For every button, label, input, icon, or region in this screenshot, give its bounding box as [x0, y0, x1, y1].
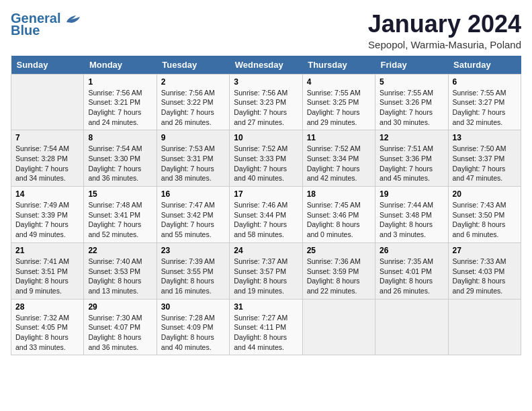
- calendar-cell: 10Sunrise: 7:52 AMSunset: 3:33 PMDayligh…: [230, 130, 302, 187]
- day-info: Sunrise: 7:39 AMSunset: 3:55 PMDaylight:…: [161, 257, 225, 296]
- day-number: 9: [161, 133, 225, 142]
- day-header-tuesday: Tuesday: [157, 56, 229, 75]
- day-info: Sunrise: 7:28 AMSunset: 4:09 PMDaylight:…: [161, 313, 225, 353]
- day-info: Sunrise: 7:33 AMSunset: 4:03 PMDaylight:…: [453, 257, 517, 296]
- day-info: Sunrise: 7:44 AMSunset: 3:48 PMDaylight:…: [380, 200, 443, 240]
- day-number: 20: [453, 189, 517, 199]
- day-info: Sunrise: 7:47 AMSunset: 3:42 PMDaylight:…: [161, 200, 225, 240]
- calendar-cell: 6Sunrise: 7:55 AMSunset: 3:27 PMDaylight…: [448, 74, 521, 130]
- day-info: Sunrise: 7:48 AMSunset: 3:41 PMDaylight:…: [88, 200, 152, 240]
- calendar-week-row: 14Sunrise: 7:49 AMSunset: 3:39 PMDayligh…: [11, 187, 521, 243]
- logo: General Blue: [11, 11, 81, 38]
- calendar-table: SundayMondayTuesdayWednesdayThursdayFrid…: [11, 56, 521, 356]
- calendar-subtitle: Sepopol, Warmia-Masuria, Poland: [368, 39, 521, 50]
- day-info: Sunrise: 7:41 AMSunset: 3:51 PMDaylight:…: [15, 257, 79, 296]
- calendar-cell: 30Sunrise: 7:28 AMSunset: 4:09 PMDayligh…: [157, 299, 229, 355]
- calendar-cell: 5Sunrise: 7:55 AMSunset: 3:26 PMDaylight…: [375, 74, 448, 130]
- calendar-cell: 28Sunrise: 7:32 AMSunset: 4:05 PMDayligh…: [11, 299, 84, 355]
- day-header-thursday: Thursday: [302, 56, 375, 75]
- day-header-friday: Friday: [375, 56, 448, 75]
- day-number: 14: [15, 189, 79, 199]
- calendar-cell: 9Sunrise: 7:53 AMSunset: 3:31 PMDaylight…: [157, 130, 229, 187]
- day-number: 24: [234, 246, 298, 255]
- logo-blue: Blue: [11, 23, 40, 38]
- calendar-cell: [375, 299, 448, 355]
- day-info: Sunrise: 7:52 AMSunset: 3:34 PMDaylight:…: [307, 144, 371, 183]
- calendar-title: January 2024: [368, 11, 521, 38]
- day-number: 11: [307, 133, 371, 142]
- day-info: Sunrise: 7:55 AMSunset: 3:27 PMDaylight:…: [453, 88, 517, 128]
- calendar-header-row: SundayMondayTuesdayWednesdayThursdayFrid…: [11, 56, 521, 75]
- day-number: 16: [161, 189, 225, 199]
- day-info: Sunrise: 7:40 AMSunset: 3:53 PMDaylight:…: [88, 257, 152, 296]
- day-info: Sunrise: 7:55 AMSunset: 3:26 PMDaylight:…: [380, 88, 443, 128]
- day-info: Sunrise: 7:51 AMSunset: 3:36 PMDaylight:…: [380, 144, 443, 183]
- day-header-sunday: Sunday: [11, 56, 84, 75]
- calendar-cell: 21Sunrise: 7:41 AMSunset: 3:51 PMDayligh…: [11, 242, 84, 299]
- day-number: 8: [88, 133, 152, 142]
- day-info: Sunrise: 7:27 AMSunset: 4:11 PMDaylight:…: [234, 313, 298, 353]
- calendar-cell: 29Sunrise: 7:30 AMSunset: 4:07 PMDayligh…: [84, 299, 157, 355]
- calendar-cell: 1Sunrise: 7:56 AMSunset: 3:21 PMDaylight…: [84, 74, 157, 130]
- calendar-cell: 14Sunrise: 7:49 AMSunset: 3:39 PMDayligh…: [11, 187, 84, 243]
- day-info: Sunrise: 7:45 AMSunset: 3:46 PMDaylight:…: [307, 200, 371, 240]
- calendar-cell: 12Sunrise: 7:51 AMSunset: 3:36 PMDayligh…: [375, 130, 448, 187]
- day-number: 10: [234, 133, 298, 142]
- title-section: January 2024 Sepopol, Warmia-Masuria, Po…: [368, 11, 521, 50]
- day-number: 22: [88, 246, 152, 255]
- day-info: Sunrise: 7:43 AMSunset: 3:50 PMDaylight:…: [453, 200, 517, 240]
- day-info: Sunrise: 7:36 AMSunset: 3:59 PMDaylight:…: [307, 257, 371, 296]
- day-number: 30: [161, 302, 225, 312]
- day-number: 31: [234, 302, 298, 312]
- calendar-cell: 17Sunrise: 7:46 AMSunset: 3:44 PMDayligh…: [230, 187, 302, 243]
- calendar-week-row: 7Sunrise: 7:54 AMSunset: 3:28 PMDaylight…: [11, 130, 521, 187]
- day-number: 15: [88, 189, 152, 199]
- day-info: Sunrise: 7:56 AMSunset: 3:22 PMDaylight:…: [161, 88, 225, 128]
- calendar-cell: 25Sunrise: 7:36 AMSunset: 3:59 PMDayligh…: [302, 242, 375, 299]
- day-info: Sunrise: 7:46 AMSunset: 3:44 PMDaylight:…: [234, 200, 298, 240]
- day-number: 21: [15, 246, 79, 255]
- calendar-cell: 16Sunrise: 7:47 AMSunset: 3:42 PMDayligh…: [157, 187, 229, 243]
- calendar-cell: 8Sunrise: 7:54 AMSunset: 3:30 PMDaylight…: [84, 130, 157, 187]
- calendar-cell: 22Sunrise: 7:40 AMSunset: 3:53 PMDayligh…: [84, 242, 157, 299]
- day-info: Sunrise: 7:52 AMSunset: 3:33 PMDaylight:…: [234, 144, 298, 183]
- day-info: Sunrise: 7:54 AMSunset: 3:28 PMDaylight:…: [15, 144, 79, 183]
- calendar-cell: 4Sunrise: 7:55 AMSunset: 3:25 PMDaylight…: [302, 74, 375, 130]
- calendar-cell: 3Sunrise: 7:56 AMSunset: 3:23 PMDaylight…: [230, 74, 302, 130]
- calendar-cell: 13Sunrise: 7:50 AMSunset: 3:37 PMDayligh…: [448, 130, 521, 187]
- day-info: Sunrise: 7:32 AMSunset: 4:05 PMDaylight:…: [15, 313, 79, 353]
- calendar-week-row: 28Sunrise: 7:32 AMSunset: 4:05 PMDayligh…: [11, 299, 521, 355]
- day-info: Sunrise: 7:56 AMSunset: 3:23 PMDaylight:…: [234, 88, 298, 128]
- day-number: 18: [307, 189, 371, 199]
- day-header-saturday: Saturday: [448, 56, 521, 75]
- calendar-cell: 24Sunrise: 7:37 AMSunset: 3:57 PMDayligh…: [230, 242, 302, 299]
- calendar-cell: [448, 299, 521, 355]
- day-number: 25: [307, 246, 371, 255]
- day-number: 2: [161, 77, 225, 87]
- header: General Blue January 2024 Sepopol, Warmi…: [11, 11, 521, 50]
- day-number: 27: [453, 246, 517, 255]
- day-number: 29: [88, 302, 152, 312]
- calendar-week-row: 21Sunrise: 7:41 AMSunset: 3:51 PMDayligh…: [11, 242, 521, 299]
- day-number: 5: [380, 77, 443, 87]
- calendar-body: 1Sunrise: 7:56 AMSunset: 3:21 PMDaylight…: [11, 74, 521, 355]
- day-number: 26: [380, 246, 443, 255]
- day-number: 17: [234, 189, 298, 199]
- day-info: Sunrise: 7:54 AMSunset: 3:30 PMDaylight:…: [88, 144, 152, 183]
- calendar-cell: [302, 299, 375, 355]
- day-info: Sunrise: 7:30 AMSunset: 4:07 PMDaylight:…: [88, 313, 152, 353]
- day-number: 13: [453, 133, 517, 142]
- day-number: 7: [15, 133, 79, 142]
- calendar-cell: 27Sunrise: 7:33 AMSunset: 4:03 PMDayligh…: [448, 242, 521, 299]
- day-info: Sunrise: 7:53 AMSunset: 3:31 PMDaylight:…: [161, 144, 225, 183]
- logo-bird-icon: [65, 14, 80, 25]
- calendar-cell: 31Sunrise: 7:27 AMSunset: 4:11 PMDayligh…: [230, 299, 302, 355]
- day-number: 6: [453, 77, 517, 87]
- day-number: 28: [15, 302, 79, 312]
- calendar-cell: 7Sunrise: 7:54 AMSunset: 3:28 PMDaylight…: [11, 130, 84, 187]
- calendar-cell: 20Sunrise: 7:43 AMSunset: 3:50 PMDayligh…: [448, 187, 521, 243]
- day-info: Sunrise: 7:50 AMSunset: 3:37 PMDaylight:…: [453, 144, 517, 183]
- day-number: 3: [234, 77, 298, 87]
- calendar-cell: 26Sunrise: 7:35 AMSunset: 4:01 PMDayligh…: [375, 242, 448, 299]
- day-number: 1: [88, 77, 152, 87]
